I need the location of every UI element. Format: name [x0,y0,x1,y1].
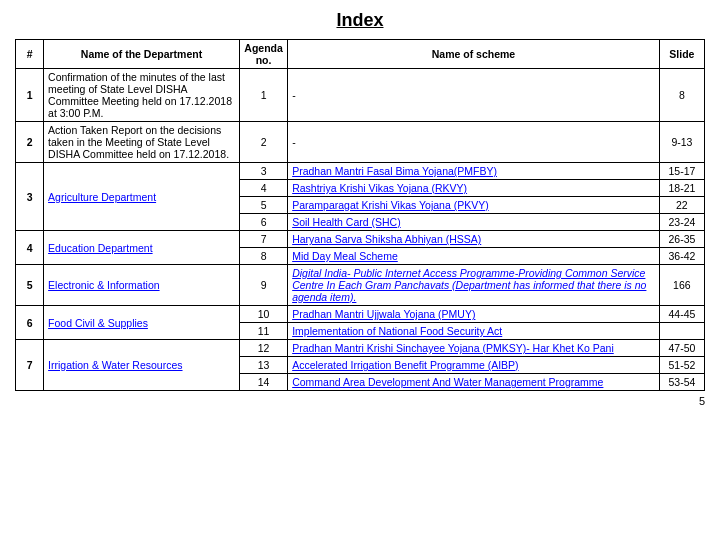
scheme-link[interactable]: Implementation of National Food Security… [292,325,502,337]
row-num: 7 [16,340,44,391]
scheme-link[interactable]: Rashtriya Krishi Vikas Yojana (RKVY) [292,182,467,194]
row-num: 6 [16,306,44,340]
scheme-cell: Rashtriya Krishi Vikas Yojana (RKVY) [288,180,660,197]
page-title: Index [15,10,705,31]
col-header-scheme: Name of scheme [288,40,660,69]
agenda-cell: 9 [239,265,287,306]
scheme-cell: Digital India- Public Internet Access Pr… [288,265,660,306]
row-num: 3 [16,163,44,231]
slide-cell: 9-13 [659,122,704,163]
scheme-cell: Pradhan Mantri Ujjwala Yojana (PMUY) [288,306,660,323]
slide-cell: 22 [659,197,704,214]
col-header-slide: Slide [659,40,704,69]
scheme-cell: Accelerated Irrigation Benefit Programme… [288,357,660,374]
agenda-cell: 13 [239,357,287,374]
scheme-link[interactable]: Digital India- Public Internet Access Pr… [292,267,646,303]
col-header-agenda: Agenda no. [239,40,287,69]
slide-cell: 23-24 [659,214,704,231]
scheme-link[interactable]: Mid Day Meal Scheme [292,250,398,262]
scheme-cell: Paramparagat Krishi Vikas Yojana (PKVY) [288,197,660,214]
slide-cell: 18-21 [659,180,704,197]
scheme-cell: Haryana Sarva Shiksha Abhiyan (HSSA) [288,231,660,248]
agenda-cell: 12 [239,340,287,357]
slide-cell [659,323,704,340]
slide-cell: 15-17 [659,163,704,180]
dept-cell[interactable]: Agriculture Department [44,163,240,231]
agenda-cell: 8 [239,248,287,265]
agenda-cell: 10 [239,306,287,323]
scheme-cell: Soil Health Card (SHC) [288,214,660,231]
scheme-cell: Pradhan Mantri Krishi Sinchayee Yojana (… [288,340,660,357]
slide-cell: 47-50 [659,340,704,357]
agenda-cell: 6 [239,214,287,231]
scheme-link[interactable]: Paramparagat Krishi Vikas Yojana (PKVY) [292,199,489,211]
col-header-num: # [16,40,44,69]
dept-link[interactable]: Education Department [48,242,152,254]
agenda-cell: 5 [239,197,287,214]
index-table: # Name of the Department Agenda no. Name… [15,39,705,391]
row-num: 5 [16,265,44,306]
dept-cell[interactable]: Irrigation & Water Resources [44,340,240,391]
agenda-cell: 4 [239,180,287,197]
scheme-link[interactable]: Command Area Development And Water Manag… [292,376,603,388]
scheme-link[interactable]: Pradhan Mantri Fasal Bima Yojana(PMFBY) [292,165,497,177]
dept-cell[interactable]: Electronic & Information [44,265,240,306]
scheme-cell: Pradhan Mantri Fasal Bima Yojana(PMFBY) [288,163,660,180]
scheme-link[interactable]: Haryana Sarva Shiksha Abhiyan (HSSA) [292,233,481,245]
col-header-dept: Name of the Department [44,40,240,69]
page-number: 5 [15,395,705,407]
agenda-cell: 3 [239,163,287,180]
agenda-cell: 7 [239,231,287,248]
dept-cell[interactable]: Education Department [44,231,240,265]
slide-cell: 166 [659,265,704,306]
agenda-cell: 11 [239,323,287,340]
agenda-cell: 14 [239,374,287,391]
scheme-cell: Implementation of National Food Security… [288,323,660,340]
dept-link[interactable]: Agriculture Department [48,191,156,203]
scheme-link[interactable]: Pradhan Mantri Ujjwala Yojana (PMUY) [292,308,475,320]
dept-link[interactable]: Electronic & Information [48,279,159,291]
slide-cell: 36-42 [659,248,704,265]
agenda-cell: 1 [239,69,287,122]
dept-cell: Confirmation of the minutes of the last … [44,69,240,122]
slide-cell: 8 [659,69,704,122]
dept-cell: Action Taken Report on the decisions tak… [44,122,240,163]
slide-cell: 53-54 [659,374,704,391]
row-num: 2 [16,122,44,163]
scheme-cell: Mid Day Meal Scheme [288,248,660,265]
scheme-link[interactable]: Soil Health Card (SHC) [292,216,401,228]
scheme-cell: - [288,122,660,163]
scheme-link[interactable]: Accelerated Irrigation Benefit Programme… [292,359,518,371]
agenda-cell: 2 [239,122,287,163]
slide-cell: 26-35 [659,231,704,248]
dept-cell[interactable]: Food Civil & Supplies [44,306,240,340]
slide-cell: 51-52 [659,357,704,374]
row-num: 1 [16,69,44,122]
slide-cell: 44-45 [659,306,704,323]
row-num: 4 [16,231,44,265]
scheme-cell: Command Area Development And Water Manag… [288,374,660,391]
scheme-cell: - [288,69,660,122]
dept-link[interactable]: Irrigation & Water Resources [48,359,182,371]
scheme-link[interactable]: Pradhan Mantri Krishi Sinchayee Yojana (… [292,342,614,354]
dept-link[interactable]: Food Civil & Supplies [48,317,148,329]
